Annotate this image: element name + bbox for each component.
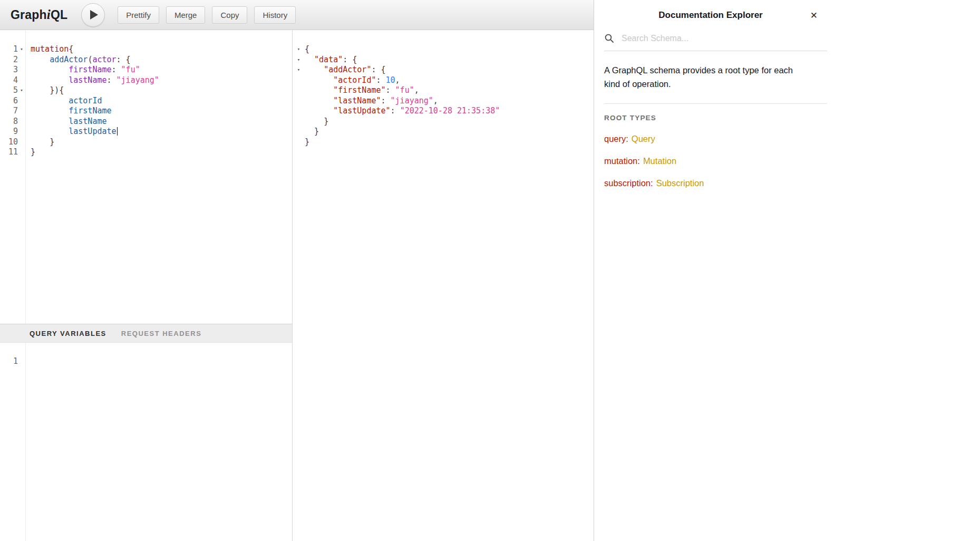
root-types-heading: ROOT TYPES <box>604 114 827 122</box>
fold-arrow-icon[interactable]: ▾ <box>293 44 305 55</box>
line-number: 9 <box>0 127 18 137</box>
fold-arrow-icon[interactable]: ▾ <box>293 55 305 65</box>
code-line: 2 addActor(actor: { <box>0 55 292 65</box>
doc-explorer-header: Documentation Explorer ✕ <box>594 0 827 30</box>
root-type-keyword: mutation: <box>604 156 640 166</box>
code-line: 4 lastName: "jiayang" <box>0 75 292 86</box>
doc-explorer-title: Documentation Explorer <box>658 10 762 21</box>
fold-arrow-icon[interactable]: ▾ <box>18 44 25 55</box>
schema-search <box>604 30 827 51</box>
root-type-keyword: query: <box>604 134 628 143</box>
workspace: GraphiQL Prettify Merge Copy History 1▾m… <box>0 0 594 541</box>
root-type-subscription: subscription:Subscription <box>604 178 827 188</box>
line-number: 1 <box>0 356 18 367</box>
code-line: } <box>293 117 594 127</box>
doc-explorer-content: A GraphQL schema provides a root type fo… <box>604 30 827 188</box>
line-number: 2 <box>0 55 18 65</box>
code-line: 1 <box>0 356 292 367</box>
subscription-type-link[interactable]: Subscription <box>656 178 704 188</box>
play-icon <box>90 10 98 20</box>
line-number: 5 <box>0 85 18 96</box>
code-line: 7 firstName <box>0 106 292 117</box>
code-line: 3 firstName: "fu" <box>0 65 292 75</box>
fold-arrow-icon[interactable]: ▾ <box>293 65 305 75</box>
code-line: 8 lastName <box>0 117 292 127</box>
code-line: } <box>293 137 594 148</box>
code-line: 10 } <box>0 137 292 148</box>
fold-arrow-icon[interactable]: ▾ <box>18 85 25 96</box>
gutter-divider <box>25 30 26 324</box>
line-number: 1 <box>0 44 18 55</box>
code-line: "lastUpdate": "2022-10-28 21:35:38" <box>293 106 594 117</box>
prettify-button[interactable]: Prettify <box>118 6 159 24</box>
editors-row: 1▾mutation{2 addActor(actor: {3 firstNam… <box>0 30 594 541</box>
doc-intro-text: A GraphQL schema provides a root type fo… <box>604 64 827 104</box>
variables-tab-bar: QUERY VARIABLES REQUEST HEADERS <box>0 324 292 343</box>
search-schema-input[interactable] <box>622 34 827 43</box>
line-number: 10 <box>0 137 18 148</box>
merge-button[interactable]: Merge <box>166 6 206 24</box>
query-pane: 1▾mutation{2 addActor(actor: {3 firstNam… <box>0 30 293 541</box>
close-icon[interactable]: ✕ <box>810 11 818 20</box>
root-type-query: query:Query <box>604 134 827 144</box>
line-number: 8 <box>0 117 18 127</box>
graphiql-app: GraphiQL Prettify Merge Copy History 1▾m… <box>0 0 980 541</box>
code-line: 11} <box>0 147 292 158</box>
code-line: "lastName": "jiayang", <box>293 96 594 107</box>
variables-editor[interactable]: 1 <box>0 343 292 541</box>
topbar: GraphiQL Prettify Merge Copy History <box>0 0 594 30</box>
code-line: 1▾mutation{ <box>0 44 292 55</box>
text-cursor <box>117 127 118 136</box>
line-number: 3 <box>0 65 18 75</box>
copy-button[interactable]: Copy <box>212 6 247 24</box>
code-line: 5▾ }){ <box>0 85 292 96</box>
tab-request-headers[interactable]: REQUEST HEADERS <box>121 330 202 337</box>
line-number: 7 <box>0 106 18 117</box>
tab-query-variables[interactable]: QUERY VARIABLES <box>30 330 106 337</box>
line-number: 11 <box>0 147 18 158</box>
root-type-keyword: subscription: <box>604 178 653 188</box>
query-type-link[interactable]: Query <box>632 134 655 143</box>
code-line: "actorId": 10, <box>293 75 594 86</box>
code-line: 6 actorId <box>0 96 292 107</box>
graphiql-logo: GraphiQL <box>11 7 67 22</box>
execute-button[interactable] <box>81 3 105 27</box>
line-number: 4 <box>0 75 18 86</box>
search-icon <box>604 33 614 43</box>
mutation-type-link[interactable]: Mutation <box>643 156 676 166</box>
history-button[interactable]: History <box>254 6 296 24</box>
code-line: ▾{ <box>293 44 594 55</box>
gutter-divider <box>25 343 26 541</box>
code-line: } <box>293 127 594 137</box>
code-line: ▾ "data": { <box>293 55 594 65</box>
query-editor[interactable]: 1▾mutation{2 addActor(actor: {3 firstNam… <box>0 30 292 324</box>
code-line: ▾ "addActor": { <box>293 65 594 75</box>
doc-explorer-panel: Documentation Explorer ✕ A GraphQL schem… <box>594 0 980 541</box>
line-number: 6 <box>0 96 18 107</box>
code-line: "firstName": "fu", <box>293 85 594 96</box>
response-viewer[interactable]: ▾{▾ "data": {▾ "addActor": { "actorId": … <box>293 30 594 541</box>
code-line: 9 lastUpdate <box>0 127 292 137</box>
root-type-mutation: mutation:Mutation <box>604 156 827 166</box>
